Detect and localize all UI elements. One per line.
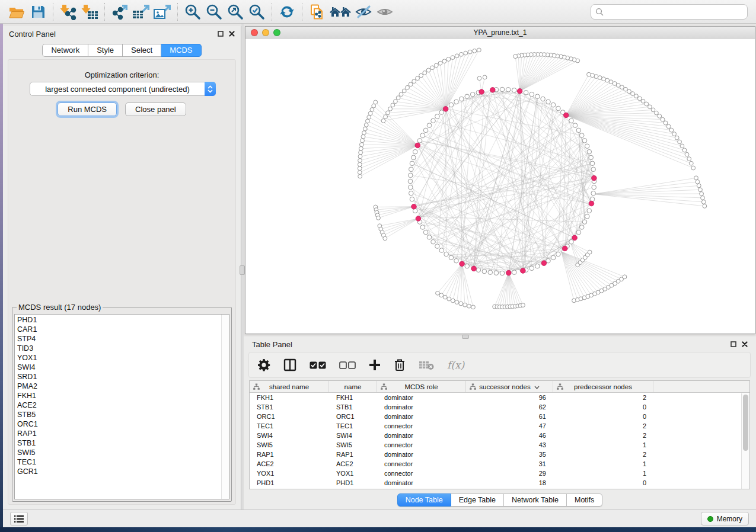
first-neighbors-icon[interactable]	[328, 2, 353, 21]
memory-status-icon	[707, 516, 713, 522]
show-all-icon[interactable]	[374, 2, 395, 21]
export-network-icon[interactable]	[109, 2, 130, 21]
tab-edge-table[interactable]: Edge Table	[451, 493, 504, 507]
open-file-icon[interactable]	[6, 2, 27, 21]
table-mode-gear-icon[interactable]	[257, 358, 270, 371]
mcds-result-item[interactable]: GCR1	[17, 467, 221, 476]
export-image-icon[interactable]	[152, 2, 173, 21]
delete-columns-icon[interactable]	[394, 358, 406, 371]
tab-network-table[interactable]: Network Table	[504, 493, 567, 507]
table-row[interactable]: PHD1PHD1dominator180	[250, 478, 749, 488]
table-cell: SWI4	[329, 431, 377, 440]
mcds-result-item[interactable]: SWI4	[17, 363, 221, 372]
mcds-result-item[interactable]: ACE2	[17, 400, 221, 410]
criterion-dropdown[interactable]: largest connected component (undirected)	[30, 82, 216, 96]
mcds-result-item[interactable]: STB5	[17, 410, 221, 419]
table-row[interactable]: FKH1FKH1dominator962	[250, 393, 749, 402]
tab-mcds[interactable]: MCDS	[161, 44, 201, 57]
mcds-result-item[interactable]: PHD1	[17, 315, 221, 325]
select-all-rows-icon[interactable]	[310, 361, 326, 369]
duplicate-network-icon[interactable]	[307, 2, 328, 21]
table-panel-tabs: Node Table Edge Table Network Table Moti…	[244, 493, 756, 507]
mcds-result-item[interactable]: PMA2	[17, 382, 221, 391]
hide-selected-icon[interactable]	[353, 2, 374, 21]
mcds-result-item[interactable]: TEC1	[17, 457, 221, 467]
tab-node-table[interactable]: Node Table	[397, 493, 451, 507]
refresh-icon[interactable]	[276, 2, 298, 21]
table-cell: connector	[377, 421, 466, 431]
close-panel-icon[interactable]	[229, 31, 235, 37]
control-panel: Control Panel Network Style Select MCDS …	[3, 26, 241, 509]
delete-table-icon	[419, 360, 434, 370]
column-header-predecessor-nodes[interactable]: predecessor nodes	[553, 381, 653, 392]
toolbar-separator	[53, 3, 53, 21]
mcds-result-item[interactable]: SRD1	[17, 372, 221, 382]
tab-style[interactable]: Style	[88, 44, 123, 57]
zoom-out-icon[interactable]	[203, 2, 225, 21]
desktop-wallpaper-bottom	[0, 527, 756, 532]
show-columns-icon[interactable]	[283, 358, 296, 371]
create-column-icon[interactable]	[369, 359, 381, 371]
import-table-icon[interactable]	[79, 2, 100, 21]
table-row[interactable]: SWI4SWI4dominator462	[250, 431, 749, 440]
list-scrollbar[interactable]	[221, 315, 229, 499]
mcds-result-item[interactable]: CAR1	[17, 325, 221, 334]
save-session-icon[interactable]	[27, 2, 49, 21]
close-panel-icon[interactable]	[742, 341, 748, 347]
search-field[interactable]	[591, 4, 748, 20]
search-icon	[595, 8, 604, 16]
mcds-result-item[interactable]: TID3	[17, 344, 221, 353]
column-header-shared-name[interactable]: shared name	[250, 381, 329, 392]
mcds-result-item[interactable]: YOX1	[17, 353, 221, 363]
table-cell: ORC1	[250, 412, 329, 421]
float-panel-icon[interactable]	[218, 31, 224, 37]
network-canvas[interactable]	[245, 39, 755, 334]
zoom-fit-icon[interactable]	[225, 2, 246, 21]
run-mcds-button[interactable]: Run MCDS	[58, 102, 117, 116]
horizontal-splitter-handle[interactable]	[462, 335, 469, 339]
float-panel-icon[interactable]	[731, 341, 736, 347]
column-header-successor-nodes[interactable]: successor nodes	[466, 381, 553, 392]
tab-motifs[interactable]: Motifs	[567, 493, 602, 507]
table-row[interactable]: ORC1ORC1dominator610	[250, 412, 749, 421]
close-panel-button[interactable]: Close panel	[125, 102, 186, 116]
column-header-name[interactable]: name	[329, 381, 377, 392]
table-cell: 0	[553, 412, 653, 421]
node-table: shared name name MCDS role successor nod…	[249, 380, 750, 489]
table-toolbar: f(x)	[248, 352, 751, 378]
mcds-result-list[interactable]: PHD1CAR1STP4TID3YOX1SWI4SRD1PMA2FKH1ACE2…	[14, 314, 229, 499]
table-row[interactable]: ACE2ACE2connector311	[250, 459, 749, 469]
table-cell: PHD1	[250, 478, 329, 488]
network-window-titlebar[interactable]: YPA_prune.txt_1	[245, 27, 755, 39]
deselect-all-rows-icon[interactable]	[339, 361, 356, 369]
mcds-result-item[interactable]: STP4	[17, 334, 221, 344]
mcds-result-item[interactable]: ORC1	[17, 419, 221, 429]
network-window-title: YPA_prune.txt_1	[245, 28, 755, 37]
table-row[interactable]: YOX1YOX1connector291	[250, 469, 749, 478]
column-header-mcds-role[interactable]: MCDS role	[377, 381, 466, 392]
table-cell: connector	[377, 469, 466, 478]
task-history-button[interactable]	[10, 512, 28, 525]
table-row[interactable]: STB1STB1dominator620	[250, 402, 749, 412]
memory-button[interactable]: Memory	[701, 512, 749, 525]
zoom-selected-icon[interactable]	[246, 2, 267, 21]
table-row[interactable]: SWI5SWI5connector431	[250, 440, 749, 450]
table-cell: ACE2	[329, 459, 377, 469]
tab-network[interactable]: Network	[42, 44, 88, 57]
mcds-result-item[interactable]: RAP1	[17, 429, 221, 438]
table-row[interactable]: TEC1TEC1connector472	[250, 421, 749, 431]
scrollbar-thumb[interactable]	[743, 395, 748, 451]
search-input[interactable]	[607, 7, 743, 16]
mcds-result-item[interactable]: FKH1	[17, 391, 221, 400]
mcds-result-item[interactable]: STB1	[17, 438, 221, 448]
optimization-criterion-label: Optimization criterion:	[8, 70, 235, 79]
tab-select[interactable]: Select	[123, 44, 161, 57]
mcds-result-item[interactable]: SWI5	[17, 448, 221, 457]
table-row[interactable]: RAP1RAP1dominator352	[250, 450, 749, 459]
table-cell: 1	[553, 459, 653, 469]
import-network-icon[interactable]	[58, 2, 79, 21]
table-scrollbar[interactable]	[741, 393, 749, 489]
toolbar-separator	[302, 3, 302, 21]
zoom-in-icon[interactable]	[182, 2, 203, 21]
export-table-icon[interactable]	[130, 2, 152, 21]
